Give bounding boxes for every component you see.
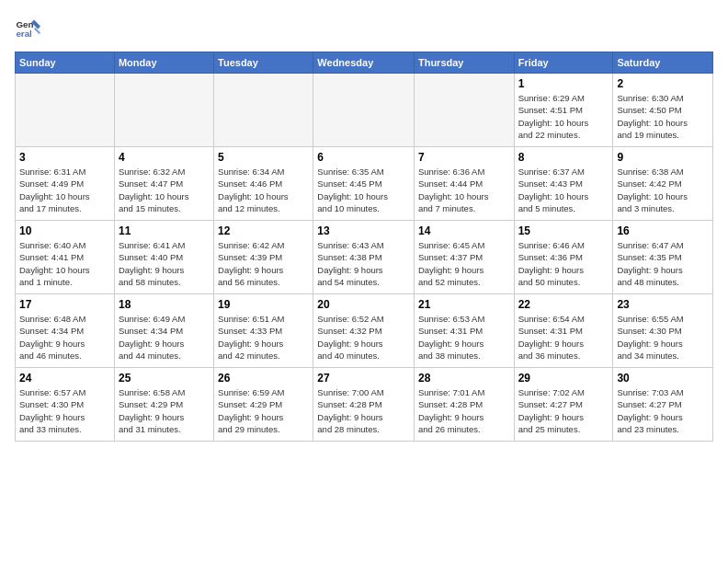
calendar-cell: 15Sunrise: 6:46 AM Sunset: 4:36 PM Dayli… [514, 221, 613, 294]
calendar-table: SundayMondayTuesdayWednesdayThursdayFrid… [15, 52, 713, 442]
day-number: 25 [119, 372, 210, 385]
weekday-header: Sunday [16, 52, 115, 74]
logo: Gen eral [15, 15, 44, 40]
day-number: 30 [617, 372, 709, 385]
day-number: 16 [617, 224, 709, 237]
calendar-cell: 18Sunrise: 6:49 AM Sunset: 4:34 PM Dayli… [114, 294, 213, 368]
calendar-cell: 21Sunrise: 6:53 AM Sunset: 4:31 PM Dayli… [414, 294, 514, 368]
day-info: Sunrise: 6:54 AM Sunset: 4:31 PM Dayligh… [518, 313, 609, 362]
calendar-cell: 3Sunrise: 6:31 AM Sunset: 4:49 PM Daylig… [16, 147, 115, 221]
day-number: 10 [19, 224, 110, 237]
calendar-cell: 20Sunrise: 6:52 AM Sunset: 4:32 PM Dayli… [313, 294, 415, 368]
weekday-header: Wednesday [313, 52, 415, 74]
calendar-cell: 5Sunrise: 6:34 AM Sunset: 4:46 PM Daylig… [214, 147, 313, 221]
day-info: Sunrise: 6:55 AM Sunset: 4:30 PM Dayligh… [617, 313, 709, 362]
day-info: Sunrise: 6:46 AM Sunset: 4:36 PM Dayligh… [518, 239, 609, 288]
calendar-cell: 2Sunrise: 6:30 AM Sunset: 4:50 PM Daylig… [613, 74, 713, 147]
calendar-cell: 29Sunrise: 7:02 AM Sunset: 4:27 PM Dayli… [514, 368, 613, 442]
calendar-cell [313, 74, 415, 147]
day-info: Sunrise: 7:01 AM Sunset: 4:28 PM Dayligh… [418, 386, 510, 435]
calendar-cell: 7Sunrise: 6:36 AM Sunset: 4:44 PM Daylig… [414, 147, 514, 221]
calendar-cell: 13Sunrise: 6:43 AM Sunset: 4:38 PM Dayli… [313, 221, 415, 294]
calendar-cell: 16Sunrise: 6:47 AM Sunset: 4:35 PM Dayli… [613, 221, 713, 294]
calendar-cell: 4Sunrise: 6:32 AM Sunset: 4:47 PM Daylig… [114, 147, 213, 221]
calendar-week-row: 17Sunrise: 6:48 AM Sunset: 4:34 PM Dayli… [16, 294, 713, 368]
day-number: 8 [518, 151, 609, 164]
weekday-header: Saturday [613, 52, 713, 74]
calendar-header: SundayMondayTuesdayWednesdayThursdayFrid… [16, 52, 713, 74]
calendar-cell: 8Sunrise: 6:37 AM Sunset: 4:43 PM Daylig… [514, 147, 613, 221]
calendar-cell: 27Sunrise: 7:00 AM Sunset: 4:28 PM Dayli… [313, 368, 415, 442]
calendar-cell: 28Sunrise: 7:01 AM Sunset: 4:28 PM Dayli… [414, 368, 514, 442]
calendar-cell: 9Sunrise: 6:38 AM Sunset: 4:42 PM Daylig… [613, 147, 713, 221]
calendar-cell: 23Sunrise: 6:55 AM Sunset: 4:30 PM Dayli… [613, 294, 713, 368]
day-info: Sunrise: 6:58 AM Sunset: 4:29 PM Dayligh… [119, 386, 210, 435]
calendar-cell: 30Sunrise: 7:03 AM Sunset: 4:27 PM Dayli… [613, 368, 713, 442]
calendar-cell: 24Sunrise: 6:57 AM Sunset: 4:30 PM Dayli… [16, 368, 115, 442]
day-info: Sunrise: 6:47 AM Sunset: 4:35 PM Dayligh… [617, 239, 709, 288]
day-number: 1 [518, 77, 609, 90]
day-number: 17 [19, 298, 110, 311]
day-number: 15 [518, 224, 609, 237]
day-info: Sunrise: 6:57 AM Sunset: 4:30 PM Dayligh… [19, 386, 110, 435]
weekday-header: Tuesday [214, 52, 313, 74]
calendar-cell [16, 74, 115, 147]
day-info: Sunrise: 6:34 AM Sunset: 4:46 PM Dayligh… [218, 166, 309, 214]
svg-text:eral: eral [16, 29, 32, 39]
calendar-week-row: 1Sunrise: 6:29 AM Sunset: 4:51 PM Daylig… [16, 74, 713, 147]
day-number: 13 [317, 224, 410, 237]
day-info: Sunrise: 6:32 AM Sunset: 4:47 PM Dayligh… [119, 166, 210, 214]
day-info: Sunrise: 6:41 AM Sunset: 4:40 PM Dayligh… [119, 239, 210, 288]
weekday-header: Monday [114, 52, 213, 74]
day-number: 24 [19, 372, 110, 385]
calendar-cell [114, 74, 213, 147]
day-info: Sunrise: 6:37 AM Sunset: 4:43 PM Dayligh… [518, 166, 609, 214]
day-number: 7 [418, 151, 510, 164]
day-number: 6 [317, 151, 410, 164]
day-info: Sunrise: 6:45 AM Sunset: 4:37 PM Dayligh… [418, 239, 510, 288]
calendar-cell: 14Sunrise: 6:45 AM Sunset: 4:37 PM Dayli… [414, 221, 514, 294]
day-number: 29 [518, 372, 609, 385]
day-number: 5 [218, 151, 309, 164]
day-info: Sunrise: 7:00 AM Sunset: 4:28 PM Dayligh… [317, 386, 410, 435]
calendar-week-row: 24Sunrise: 6:57 AM Sunset: 4:30 PM Dayli… [16, 368, 713, 442]
calendar-cell [214, 74, 313, 147]
day-number: 14 [418, 224, 510, 237]
day-number: 26 [218, 372, 309, 385]
day-info: Sunrise: 6:53 AM Sunset: 4:31 PM Dayligh… [418, 313, 510, 362]
day-info: Sunrise: 6:42 AM Sunset: 4:39 PM Dayligh… [218, 239, 309, 288]
day-info: Sunrise: 7:02 AM Sunset: 4:27 PM Dayligh… [518, 386, 609, 435]
day-info: Sunrise: 6:36 AM Sunset: 4:44 PM Dayligh… [418, 166, 510, 214]
day-info: Sunrise: 6:51 AM Sunset: 4:33 PM Dayligh… [218, 313, 309, 362]
calendar-cell: 11Sunrise: 6:41 AM Sunset: 4:40 PM Dayli… [114, 221, 213, 294]
day-number: 4 [119, 151, 210, 164]
day-number: 19 [218, 298, 309, 311]
weekday-header: Friday [514, 52, 613, 74]
calendar-cell: 17Sunrise: 6:48 AM Sunset: 4:34 PM Dayli… [16, 294, 115, 368]
day-info: Sunrise: 6:52 AM Sunset: 4:32 PM Dayligh… [317, 313, 410, 362]
day-info: Sunrise: 6:29 AM Sunset: 4:51 PM Dayligh… [518, 92, 609, 141]
calendar-week-row: 10Sunrise: 6:40 AM Sunset: 4:41 PM Dayli… [16, 221, 713, 294]
calendar-cell: 19Sunrise: 6:51 AM Sunset: 4:33 PM Dayli… [214, 294, 313, 368]
day-number: 23 [617, 298, 709, 311]
calendar-week-row: 3Sunrise: 6:31 AM Sunset: 4:49 PM Daylig… [16, 147, 713, 221]
calendar-cell: 26Sunrise: 6:59 AM Sunset: 4:29 PM Dayli… [214, 368, 313, 442]
day-info: Sunrise: 7:03 AM Sunset: 4:27 PM Dayligh… [617, 386, 709, 435]
calendar-cell: 12Sunrise: 6:42 AM Sunset: 4:39 PM Dayli… [214, 221, 313, 294]
calendar-cell: 10Sunrise: 6:40 AM Sunset: 4:41 PM Dayli… [16, 221, 115, 294]
svg-marker-3 [34, 28, 40, 34]
day-number: 21 [418, 298, 510, 311]
day-number: 22 [518, 298, 609, 311]
day-info: Sunrise: 6:48 AM Sunset: 4:34 PM Dayligh… [19, 313, 110, 362]
calendar-cell: 1Sunrise: 6:29 AM Sunset: 4:51 PM Daylig… [514, 74, 613, 147]
day-number: 12 [218, 224, 309, 237]
day-number: 18 [119, 298, 210, 311]
calendar-cell: 25Sunrise: 6:58 AM Sunset: 4:29 PM Dayli… [114, 368, 213, 442]
day-number: 11 [119, 224, 210, 237]
day-number: 9 [617, 151, 709, 164]
day-number: 20 [317, 298, 410, 311]
calendar-cell [414, 74, 514, 147]
page-header: Gen eral [15, 15, 713, 40]
calendar-cell: 6Sunrise: 6:35 AM Sunset: 4:45 PM Daylig… [313, 147, 415, 221]
day-info: Sunrise: 6:43 AM Sunset: 4:38 PM Dayligh… [317, 239, 410, 288]
